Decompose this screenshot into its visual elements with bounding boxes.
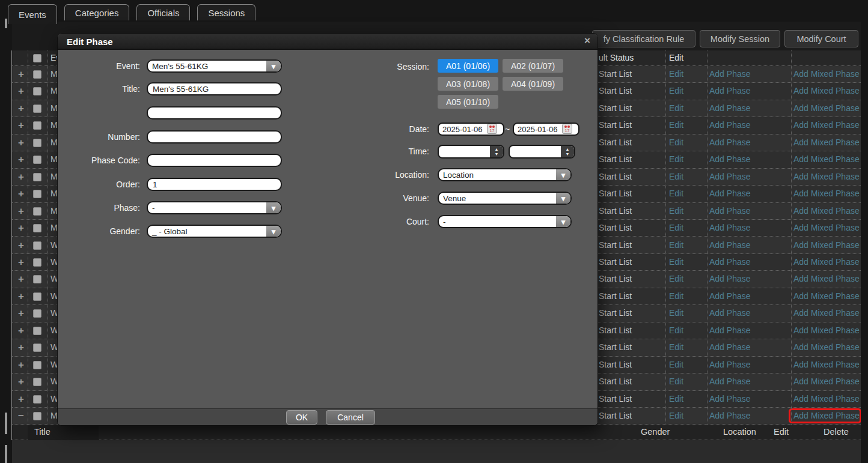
row-checkbox[interactable] (33, 104, 41, 113)
edit-link[interactable]: Edit (669, 120, 683, 130)
row-checkbox[interactable] (33, 309, 41, 318)
add-mixed-phase-link[interactable]: Add Mixed Phase (793, 308, 860, 318)
row-checkbox[interactable] (33, 275, 41, 283)
expand-row-button[interactable]: + (16, 117, 26, 134)
session-button-2[interactable]: A02 (01/07) (503, 59, 563, 73)
add-mixed-phase-link[interactable]: Add Mixed Phase (793, 342, 860, 352)
add-mixed-phase-link[interactable]: Add Mixed Phase (793, 154, 860, 164)
expand-row-button[interactable]: + (16, 135, 26, 151)
row-checkbox[interactable] (33, 361, 41, 369)
row-checkbox[interactable] (33, 70, 41, 79)
phase-select[interactable]: - ▾ (147, 201, 282, 214)
add-phase-link[interactable]: Add Phase (709, 223, 751, 232)
row-checkbox[interactable] (33, 156, 41, 164)
edit-link[interactable]: Edit (669, 240, 683, 250)
row-checkbox[interactable] (33, 87, 41, 95)
edit-link[interactable]: Edit (669, 274, 683, 283)
title-secondary-input[interactable] (147, 106, 282, 120)
time-from-input[interactable]: ▲▼ (438, 145, 504, 159)
ok-button[interactable]: OK (286, 410, 317, 425)
add-phase-link[interactable]: Add Phase (709, 325, 751, 335)
tab-sessions[interactable]: Sessions (197, 4, 255, 20)
add-phase-link[interactable]: Add Phase (709, 257, 751, 267)
location-select[interactable]: Location ▾ (438, 168, 572, 181)
court-select[interactable]: - ▾ (438, 215, 572, 228)
add-phase-link[interactable]: Add Phase (709, 86, 751, 95)
expand-row-button[interactable]: + (16, 305, 26, 322)
edit-link[interactable]: Edit (669, 394, 683, 404)
add-phase-link[interactable]: Add Phase (709, 120, 751, 130)
expand-row-button[interactable]: + (16, 391, 26, 408)
add-mixed-phase-link[interactable]: Add Mixed Phase (793, 120, 860, 130)
expand-row-button[interactable]: + (16, 169, 26, 186)
venue-select[interactable]: Venue ▾ (438, 192, 572, 205)
row-checkbox[interactable] (33, 121, 41, 130)
session-button-1[interactable]: A01 (01/06) (438, 59, 498, 73)
add-phase-link[interactable]: Add Phase (709, 154, 751, 164)
row-checkbox[interactable] (33, 378, 41, 386)
row-checkbox[interactable] (33, 173, 41, 181)
expand-row-button[interactable]: + (16, 374, 26, 390)
tab-categories[interactable]: Categories (64, 4, 130, 20)
edit-link[interactable]: Edit (669, 86, 683, 95)
session-button-4[interactable]: A04 (01/09) (503, 77, 563, 91)
edit-link[interactable]: Edit (669, 342, 683, 352)
calendar-icon[interactable]: 17 (487, 124, 497, 134)
row-checkbox[interactable] (33, 412, 41, 420)
expand-row-button[interactable]: + (16, 66, 26, 83)
dialog-header[interactable]: Edit Phase × (58, 34, 598, 50)
add-phase-link[interactable]: Add Phase (709, 394, 751, 404)
edit-link[interactable]: Edit (669, 257, 683, 267)
toolbar-button-0[interactable]: fy Classification Rule (592, 30, 695, 47)
add-mixed-phase-link[interactable]: Add Mixed Phase (793, 223, 860, 232)
title-input[interactable] (147, 82, 282, 95)
expand-row-button[interactable]: + (16, 357, 26, 374)
spinner-arrows-icon[interactable]: ▲▼ (490, 146, 503, 157)
row-checkbox[interactable] (33, 343, 41, 352)
row-checkbox[interactable] (33, 327, 41, 335)
add-phase-link[interactable]: Add Phase (709, 360, 751, 369)
expand-row-button[interactable]: + (16, 186, 26, 202)
cancel-button[interactable]: Cancel (326, 410, 375, 425)
add-phase-link[interactable]: Add Phase (709, 411, 751, 420)
add-mixed-phase-link[interactable]: Add Mixed Phase (793, 240, 860, 250)
session-button-5[interactable]: A05 (01/10) (438, 95, 498, 109)
add-mixed-phase-link[interactable]: Add Mixed Phase (793, 274, 860, 283)
edit-link[interactable]: Edit (669, 325, 683, 335)
add-phase-link[interactable]: Add Phase (709, 308, 751, 318)
expand-row-button[interactable]: + (16, 339, 26, 356)
add-mixed-phase-link[interactable]: Add Mixed Phase (793, 325, 860, 335)
edit-link[interactable]: Edit (669, 223, 683, 232)
row-checkbox[interactable] (33, 241, 41, 250)
expand-row-button[interactable]: + (16, 151, 26, 168)
edit-link[interactable]: Edit (669, 411, 683, 420)
add-mixed-phase-link[interactable]: Add Mixed Phase (793, 291, 860, 301)
add-mixed-phase-link[interactable]: Add Mixed Phase (793, 138, 860, 147)
toolbar-button-2[interactable]: Modify Court (784, 30, 858, 47)
edit-link[interactable]: Edit (669, 377, 683, 386)
time-to-input[interactable]: ▲▼ (509, 145, 575, 159)
edit-link[interactable]: Edit (669, 138, 683, 147)
add-phase-link[interactable]: Add Phase (709, 103, 751, 113)
add-phase-link[interactable]: Add Phase (709, 274, 751, 283)
row-checkbox[interactable] (33, 224, 41, 232)
edit-link[interactable]: Edit (669, 69, 683, 79)
edit-link[interactable]: Edit (669, 103, 683, 113)
add-phase-link[interactable]: Add Phase (709, 291, 751, 301)
edit-link[interactable]: Edit (669, 154, 683, 164)
add-phase-link[interactable]: Add Phase (709, 138, 751, 147)
add-mixed-phase-link[interactable]: Add Mixed Phase (793, 172, 860, 181)
gender-select[interactable]: _ - Global ▾ (147, 225, 282, 238)
edit-link[interactable]: Edit (669, 172, 683, 181)
toolbar-button-1[interactable]: Modify Session (700, 30, 780, 47)
edit-link[interactable]: Edit (669, 189, 683, 198)
expand-row-button[interactable]: + (16, 254, 26, 271)
expand-row-button[interactable]: + (16, 322, 26, 339)
row-checkbox[interactable] (33, 190, 41, 198)
add-mixed-phase-link[interactable]: Add Mixed Phase (793, 69, 860, 79)
add-phase-link[interactable]: Add Phase (709, 189, 751, 198)
add-mixed-phase-link[interactable]: Add Mixed Phase (793, 394, 860, 404)
select-all-checkbox[interactable] (33, 54, 41, 62)
add-phase-link[interactable]: Add Phase (709, 69, 751, 79)
expand-row-button[interactable]: + (16, 220, 26, 237)
